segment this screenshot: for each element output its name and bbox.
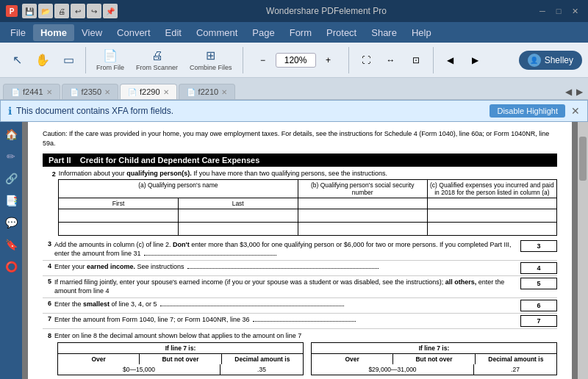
prev-page-btn[interactable]: ◀ [440, 53, 462, 68]
scroll-thumb[interactable] [579, 137, 587, 181]
close-btn[interactable]: ✕ [567, 4, 582, 18]
from-file-btn[interactable]: 📄 From File [92, 46, 129, 73]
open-quick-btn[interactable]: 📂 [38, 4, 53, 18]
user-avatar: 👤 [528, 54, 541, 67]
xfa-close-btn[interactable]: ✕ [571, 105, 580, 117]
row-8-desc: Enter on line 8 the decimal amount shown… [54, 332, 301, 339]
part-ii-label: Part II [49, 156, 71, 165]
row-6-input[interactable]: 6 [520, 300, 557, 311]
tab-close-f2210[interactable]: ✕ [221, 88, 227, 96]
tab-f2350[interactable]: 📄 f2350 ✕ [62, 84, 119, 99]
decimal-left: .35 [220, 364, 303, 375]
tab-f2290[interactable]: 📄 f2290 ✕ [120, 84, 177, 99]
tabs-scroll-left[interactable]: ◀ [563, 87, 574, 97]
tab-f2210[interactable]: 📄 f2210 ✕ [179, 84, 236, 99]
undo-btn[interactable]: ↩ [71, 4, 85, 18]
tab-icon-f2290: 📄 [128, 88, 137, 96]
data-row-2 [43, 222, 557, 235]
tab-f2441[interactable]: 📄 f2441 ✕ [3, 84, 60, 99]
print-quick-btn[interactable]: 🖨 [54, 4, 69, 18]
part-ii-title: Credit for Child and Dependent Care Expe… [80, 156, 260, 165]
app-title: Wondershare PDFelement Pro [118, 6, 535, 16]
row-5: 5 If married filing jointly, enter your … [43, 276, 557, 298]
menu-file[interactable]: File [3, 24, 33, 41]
col-b-header: (b) Qualifying person's social security … [298, 179, 427, 198]
sidebar-bookmark-icon[interactable]: 🔖 [3, 237, 20, 253]
document-area: Caution: If the care was provided in you… [22, 122, 578, 379]
user-button[interactable]: 👤 Shelley [519, 51, 582, 70]
last-name-2[interactable] [178, 222, 298, 235]
tabs-scroll-right[interactable]: ▶ [574, 87, 585, 97]
blank-cell-2 [43, 222, 59, 235]
last-name-1[interactable] [178, 209, 298, 222]
col-not-over-right: But not over [393, 354, 475, 364]
hand-tool-btn[interactable]: ✋ [31, 51, 54, 69]
cursor-tool-btn[interactable]: ↖ [6, 51, 28, 69]
sidebar-comment-icon[interactable]: 💬 [3, 214, 20, 231]
document-page: Caution: If the care was provided in you… [28, 122, 572, 379]
select-tool-btn[interactable]: ▭ [57, 51, 79, 69]
row-7-input[interactable]: 7 [520, 315, 557, 327]
maximize-btn[interactable]: □ [551, 4, 566, 18]
menu-share[interactable]: Share [364, 24, 404, 41]
first-name-1[interactable] [59, 209, 179, 222]
cursor-icon: ↖ [12, 53, 22, 67]
left-sidebar: 🏠 ✏ 🔗 📑 💬 🔖 ⭕ [0, 122, 22, 379]
ssn-1[interactable] [298, 209, 427, 222]
zoom-in-btn[interactable]: + [318, 53, 340, 68]
row-5-input[interactable]: 5 [520, 278, 557, 289]
combine-files-btn[interactable]: ⊞ Combine Files [185, 46, 237, 73]
sidebar-link-icon[interactable]: 🔗 [3, 170, 20, 187]
scanner-icon: 🖨 [151, 49, 163, 62]
fit-width-btn[interactable]: ↔ [380, 53, 402, 68]
table-left-header: If line 7 is: [58, 343, 303, 354]
tab-close-f2350[interactable]: ✕ [104, 88, 110, 96]
menu-convert[interactable]: Convert [110, 24, 158, 41]
blank-cell-1 [43, 209, 59, 222]
menu-view[interactable]: View [74, 24, 110, 41]
first-name-2[interactable] [59, 222, 179, 235]
row-3: 3 Add the amounts in column (c) of line … [43, 239, 557, 261]
sidebar-home-icon[interactable]: 🏠 [3, 126, 20, 142]
expenses-1[interactable] [427, 209, 556, 222]
menu-edit[interactable]: Edit [158, 24, 189, 41]
menu-form[interactable]: Form [282, 24, 319, 41]
sidebar-edit-icon[interactable]: ✏ [4, 148, 18, 165]
tabs-scroll: ◀ ▶ [563, 87, 585, 99]
title-bar-left: P 💾 📂 🖨 ↩ ↪ 📌 [6, 4, 118, 18]
vertical-scrollbar[interactable] [578, 122, 588, 379]
col-decimal-right: Decimal amount is [476, 354, 556, 364]
sidebar-pages-icon[interactable]: 📑 [3, 192, 20, 209]
menu-help[interactable]: Help [404, 24, 439, 41]
redo-btn[interactable]: ↪ [87, 4, 101, 18]
menu-home[interactable]: Home [33, 24, 74, 41]
quick-access-toolbar: 💾 📂 🖨 ↩ ↪ 📌 [22, 4, 118, 18]
tab-label-f2290: f2290 [140, 87, 160, 96]
row-3-desc: Add the amounts in column (c) of line 2.… [54, 240, 517, 259]
fit-icon: ⛶ [362, 55, 370, 65]
tab-icon-f2210: 📄 [187, 88, 196, 96]
row-7: 7 Enter the amount from Form 1040, line … [43, 314, 557, 329]
zoom-out-btn[interactable]: − [252, 53, 274, 68]
save-quick-btn[interactable]: 💾 [22, 4, 37, 18]
tab-close-f2441[interactable]: ✕ [46, 88, 52, 96]
row-4-input[interactable]: 4 [520, 262, 557, 274]
row-3-input[interactable]: 3 [520, 240, 557, 252]
fit-page-btn[interactable]: ⛶ [355, 53, 377, 68]
menu-page[interactable]: Page [245, 24, 282, 41]
table-left: If line 7 is: Over But not over Decimal … [57, 342, 304, 375]
sidebar-search-icon[interactable]: ⭕ [3, 259, 20, 275]
next-page-btn[interactable]: ▶ [465, 53, 487, 68]
ssn-2[interactable] [298, 222, 427, 235]
tab-close-f2290[interactable]: ✕ [163, 88, 169, 96]
minimize-btn[interactable]: ─ [535, 4, 550, 18]
menu-protect[interactable]: Protect [319, 24, 364, 41]
disable-highlight-btn[interactable]: Disable Highlight [490, 104, 565, 118]
from-scanner-btn[interactable]: 🖨 From Scanner [132, 47, 182, 73]
zoom-input[interactable]: 120% [276, 53, 316, 68]
expenses-2[interactable] [427, 222, 556, 235]
pin-btn[interactable]: 📌 [103, 4, 118, 18]
actual-size-btn[interactable]: ⊡ [405, 53, 427, 68]
col-c-sub [427, 198, 556, 209]
menu-comment[interactable]: Comment [189, 24, 245, 41]
